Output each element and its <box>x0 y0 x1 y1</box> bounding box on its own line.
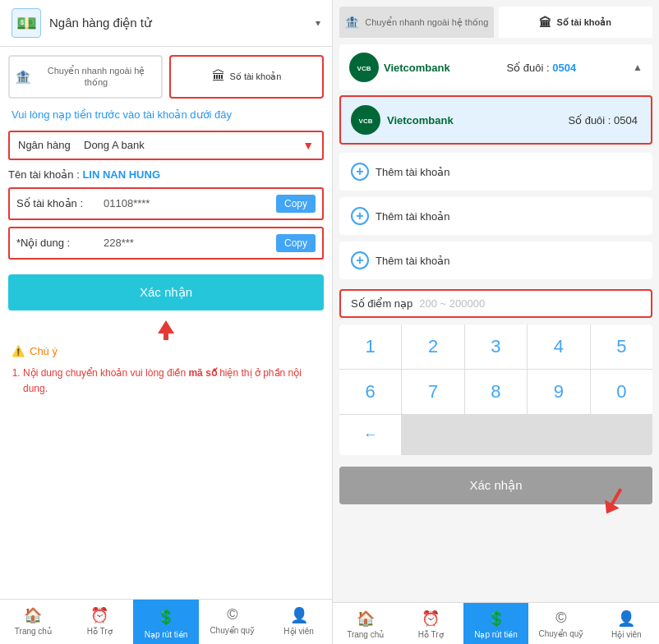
add-account-label-3: Thêm tài khoản <box>376 255 449 267</box>
bank-building-icon: 🏛 <box>212 69 225 84</box>
header-icon-box: 💵 <box>12 8 41 38</box>
nav-member-label-left: Hội viên <box>283 627 314 636</box>
transfer-icon: 🏦 <box>15 69 31 85</box>
member-icon-right: 👤 <box>617 610 635 628</box>
note-content-value: 228*** <box>104 237 271 249</box>
vcb-card-bank-name: Vietcombank <box>387 114 454 126</box>
nav-home-label-left: Trang chủ <box>15 627 52 636</box>
plus-icon-2: + <box>351 207 369 225</box>
key-6[interactable]: 6 <box>339 370 401 414</box>
points-input-row[interactable]: Số điểm nạp 200 ~ 200000 <box>339 289 652 318</box>
svg-marker-7 <box>599 499 619 518</box>
svg-text:VCB: VCB <box>359 117 373 125</box>
transfer-icon-nav: © <box>227 606 237 623</box>
vcb-logo: VCB <box>349 53 379 82</box>
nav-member-right[interactable]: 👤 Hội viên <box>594 603 659 644</box>
right-top-tabs: 🏦 Chuyển nhanh ngoài hệ thống 🏛 Số tài k… <box>333 0 659 38</box>
key-1[interactable]: 1 <box>339 324 401 369</box>
copy-note-button[interactable]: Copy <box>276 234 316 252</box>
transfer-nav-icon-right: © <box>555 610 566 627</box>
note-content-row: *Nội dung : 228*** Copy <box>8 227 324 260</box>
key-3[interactable]: 3 <box>465 324 527 369</box>
left-header: 💵 Ngân hàng điện tử ▾ <box>0 0 332 47</box>
nav-support-left[interactable]: ⏰ Hỗ Trợ <box>67 600 133 644</box>
warning-icon: ⚠️ <box>12 345 25 357</box>
nav-home-right[interactable]: 🏠 Trang chủ <box>333 603 398 644</box>
nav-transfer-right[interactable]: © Chuyển quỹ <box>528 603 593 644</box>
active-bank-card[interactable]: VCB Vietcombank Số đuôi : 0504 <box>339 95 652 145</box>
points-label: Số điểm nạp <box>351 297 412 310</box>
nav-member-label-right: Hội viên <box>611 630 642 639</box>
bank-chevron-icon[interactable]: ▼ <box>302 139 314 152</box>
nav-member-left[interactable]: 👤 Hội viên <box>265 600 332 644</box>
chu-y-text: Chú ý <box>30 345 58 357</box>
bank-header: VCB Vietcombank Số đuôi : 0504 ▲ <box>339 44 652 90</box>
so-duoi-label: Số đuôi : 0504 <box>507 62 577 74</box>
bank-select-row[interactable]: Ngân hàng Dong A bank ▼ <box>8 131 324 160</box>
nav-transfer-label-right: Chuyển quỹ <box>539 629 584 638</box>
chevron-up-icon[interactable]: ▲ <box>633 62 643 73</box>
keypad: 1 2 3 4 5 6 7 8 9 0 ← <box>339 324 652 455</box>
key-8[interactable]: 8 <box>465 370 527 414</box>
left-tabs: 🏦 Chuyển nhanh ngoài hệ thống 🏛 Số tài k… <box>0 47 332 99</box>
confirm-button-left[interactable]: Xác nhận <box>8 274 324 310</box>
svg-text:VCB: VCB <box>357 65 371 72</box>
bottom-nav-right: 🏠 Trang chủ ⏰ Hỗ Trợ 💲 Nạp rút tiền © Ch… <box>333 602 659 644</box>
note-text-1: Nội dung chuyển khoản vui lòng điền mã s… <box>23 367 302 394</box>
key-0[interactable]: 0 <box>591 370 652 414</box>
key-2[interactable]: 2 <box>402 324 463 369</box>
bottom-nav-left: 🏠 Trang chủ ⏰ Hỗ Trợ 💲 Nạp rút tiền © Ch… <box>0 599 332 644</box>
nav-deposit-label-left: Nạp rút tiền <box>145 630 188 639</box>
tab-so-tai-khoan-left[interactable]: 🏛 Số tài khoản <box>169 55 324 99</box>
tab-so-tai-khoan-right[interactable]: 🏛 Số tài khoản <box>499 7 653 38</box>
nav-home-left[interactable]: 🏠 Trang chủ <box>0 600 67 644</box>
svg-marker-0 <box>158 320 174 334</box>
bank-select-value: Dong A bank <box>84 139 302 151</box>
tab-chuyen-nhanh-right-label: Chuyển nhanh ngoài hệ thống <box>365 16 488 28</box>
home-icon-right: 🏠 <box>357 610 375 628</box>
note-list: Nội dung chuyển khoản vui lòng điền mã s… <box>0 361 332 402</box>
tab-so-tai-khoan-right-label: Số tài khoản <box>556 16 611 28</box>
svg-rect-1 <box>164 334 168 340</box>
plus-icon-3: + <box>351 251 369 269</box>
nav-deposit-label-right: Nạp rút tiền <box>474 630 518 639</box>
add-account-btn-2[interactable]: + Thêm tài khoản <box>339 197 652 235</box>
nav-support-right[interactable]: ⏰ Hỗ Trợ <box>398 603 463 644</box>
left-title: Ngân hàng điện tử <box>49 16 307 30</box>
transfer-right-icon: 🏦 <box>344 15 360 30</box>
add-account-btn-1[interactable]: + Thêm tài khoản <box>339 153 652 191</box>
nav-deposit-right[interactable]: 💲 Nạp rút tiền <box>463 603 528 644</box>
bank-icon: 💵 <box>16 13 37 33</box>
deposit-icon: 💲 <box>155 606 177 628</box>
add-account-btn-3[interactable]: + Thêm tài khoản <box>339 242 652 279</box>
backspace-button[interactable]: ← <box>339 415 401 455</box>
copy-account-number-button[interactable]: Copy <box>276 195 316 213</box>
add-account-label-1: Thêm tài khoản <box>376 166 449 178</box>
nav-transfer-label-left: Chuyển quỹ <box>210 626 255 635</box>
plus-icon-1: + <box>351 163 369 181</box>
chevron-down-icon[interactable]: ▾ <box>316 17 320 29</box>
account-number-value: 01108**** <box>104 197 271 209</box>
tab-chuyen-nhanh-right[interactable]: 🏦 Chuyển nhanh ngoài hệ thống <box>339 7 494 38</box>
arrow-up-indicator <box>0 319 332 342</box>
tab-chuyen-nhanh-label: Chuyển nhanh ngoài hệ thống <box>36 65 156 89</box>
member-icon: 👤 <box>290 606 308 624</box>
nav-transfer-left[interactable]: © Chuyển quỹ <box>199 600 265 644</box>
support-icon: ⏰ <box>90 606 108 624</box>
key-9[interactable]: 9 <box>528 370 589 414</box>
deposit-icon-right: 💲 <box>487 610 505 628</box>
note-content-label: *Nội dung : <box>16 237 99 249</box>
key-5[interactable]: 5 <box>591 324 652 369</box>
account-name-label: Tên tài khoản : <box>8 168 80 181</box>
tab-chuyen-nhanh-left[interactable]: 🏦 Chuyển nhanh ngoài hệ thống <box>8 55 163 99</box>
nav-home-label-right: Trang chủ <box>347 630 384 639</box>
bank-right-icon: 🏛 <box>539 16 551 30</box>
left-panel: 💵 Ngân hàng điện tử ▾ 🏦 Chuyển nhanh ngo… <box>0 0 333 644</box>
key-7[interactable]: 7 <box>402 370 463 414</box>
bank-select-label: Ngân hàng <box>18 139 84 151</box>
instruction-text: Vui lòng nạp tiền trước vào tài khoản dư… <box>0 99 332 126</box>
nav-deposit-left[interactable]: 💲 Nạp rút tiền <box>133 600 200 644</box>
key-4[interactable]: 4 <box>528 324 589 369</box>
nav-support-label-right: Hỗ Trợ <box>418 630 444 639</box>
points-placeholder: 200 ~ 200000 <box>419 297 641 310</box>
